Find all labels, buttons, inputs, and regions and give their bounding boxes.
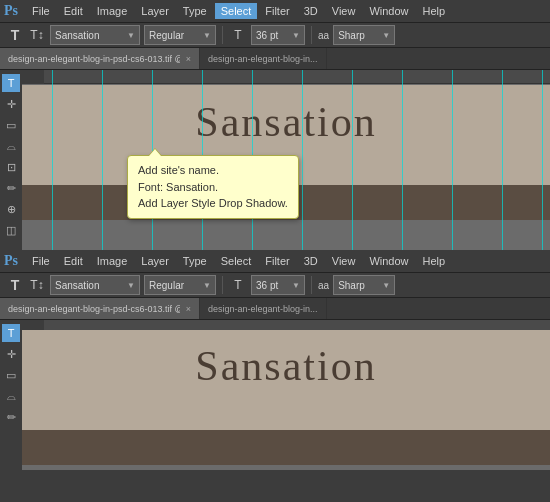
tab-close-active-bottom[interactable]: ×: [186, 304, 191, 314]
options-bar-bottom: T T↕ Sansation ▼ Regular ▼ T 36 pt ▼ aa …: [0, 272, 550, 298]
tab-active-top[interactable]: design-an-elegant-blog-in-psd-cs6-013.ti…: [0, 48, 200, 69]
ps-instance-bottom: Ps File Edit Image Layer Type Select Fil…: [0, 250, 550, 470]
menu-edit-top[interactable]: Edit: [58, 3, 89, 19]
tool-lasso-top[interactable]: ⌓: [2, 137, 20, 155]
left-toolbar-bottom: T ✛ ▭ ⌓ ✏: [0, 320, 22, 470]
font-style-arrow-top: ▼: [203, 31, 211, 40]
tool-eraser-top[interactable]: ◫: [2, 221, 20, 239]
font-size-dropdown-bottom[interactable]: 36 pt ▼: [251, 275, 305, 295]
font-name-arrow-top: ▼: [127, 31, 135, 40]
header-dark-bottom: [22, 430, 550, 465]
left-toolbar-top: T ✛ ▭ ⌓ ⊡ ✏ ⊕ ◫: [0, 70, 22, 250]
sharp-arrow-bottom: ▼: [382, 281, 390, 290]
menu-type-bottom[interactable]: Type: [177, 253, 213, 269]
tab-label-inactive-bottom: design-an-elegant-blog-in...: [208, 304, 318, 314]
ps-logo-bottom: Ps: [4, 253, 18, 269]
aa-label-bottom: aa: [318, 280, 329, 291]
menu-view-bottom[interactable]: View: [326, 253, 362, 269]
font-name-arrow-bottom: ▼: [127, 281, 135, 290]
text-tool-icon-bottom: T: [6, 277, 24, 293]
menu-3d-top[interactable]: 3D: [298, 3, 324, 19]
ruler-top: [22, 70, 550, 84]
site-name-bottom: Sansation: [22, 342, 550, 390]
text-orient-icon-top: T↕: [28, 28, 46, 42]
tab-inactive-top[interactable]: design-an-elegant-blog-in...: [200, 48, 327, 69]
sharp-arrow-top: ▼: [382, 31, 390, 40]
ruler-corner-top: [22, 70, 44, 84]
menu-help-top[interactable]: Help: [417, 3, 452, 19]
menu-window-bottom[interactable]: Window: [363, 253, 414, 269]
tooltip-line1: Add site's name.: [138, 162, 288, 179]
tooltip-line2: Font: Sansation.: [138, 179, 288, 196]
canvas-content-bottom: Sansation: [22, 320, 550, 470]
menu-file-top[interactable]: File: [26, 3, 56, 19]
canvas-top: T ✛ ▭ ⌓ ⊡ ✏ ⊕ ◫ Sansation: [0, 70, 550, 250]
tool-move-bottom[interactable]: ✛: [2, 345, 20, 363]
canvas-content-top: Sansation Add site's name. Font: Sansati…: [22, 70, 550, 250]
font-name-dropdown-top[interactable]: Sansation ▼: [50, 25, 140, 45]
tool-text-top[interactable]: T: [2, 74, 20, 92]
menu-bar-top: Ps File Edit Image Layer Type Select Fil…: [0, 0, 550, 22]
font-size-icon-top: T: [229, 28, 247, 42]
tool-rect-top[interactable]: ▭: [2, 116, 20, 134]
font-style-arrow-bottom: ▼: [203, 281, 211, 290]
font-size-icon-bottom: T: [229, 278, 247, 292]
menu-3d-bottom[interactable]: 3D: [298, 253, 324, 269]
font-name-dropdown-bottom[interactable]: Sansation ▼: [50, 275, 140, 295]
tool-clone-top[interactable]: ⊕: [2, 200, 20, 218]
tool-rect-bottom[interactable]: ▭: [2, 366, 20, 384]
tooltip-line3: Add Layer Style Drop Shadow.: [138, 195, 288, 212]
divider-1-bottom: [222, 276, 223, 294]
menu-layer-bottom[interactable]: Layer: [135, 253, 175, 269]
menu-layer-top[interactable]: Layer: [135, 3, 175, 19]
tooltip-box: Add site's name. Font: Sansation. Add La…: [127, 155, 299, 219]
font-size-dropdown-top[interactable]: 36 pt ▼: [251, 25, 305, 45]
menu-filter-bottom[interactable]: Filter: [259, 253, 295, 269]
tab-bar-top: design-an-elegant-blog-in-psd-cs6-013.ti…: [0, 48, 550, 70]
divider-2-bottom: [311, 276, 312, 294]
tab-bar-bottom: design-an-elegant-blog-in-psd-cs6-013.ti…: [0, 298, 550, 320]
tool-move-top[interactable]: ✛: [2, 95, 20, 113]
canvas-bottom: T ✛ ▭ ⌓ ✏ Sansation: [0, 320, 550, 470]
menu-file-bottom[interactable]: File: [26, 253, 56, 269]
text-orient-icon-bottom: T↕: [28, 278, 46, 292]
options-bar-top: T T↕ Sansation ▼ Regular ▼ T 36 pt ▼ aa …: [0, 22, 550, 48]
tab-close-active-top[interactable]: ×: [186, 54, 191, 64]
menu-view-top[interactable]: View: [326, 3, 362, 19]
divider-1-top: [222, 26, 223, 44]
ps-instance-top: Ps File Edit Image Layer Type Select Fil…: [0, 0, 550, 250]
ps-logo-top: Ps: [4, 3, 18, 19]
tab-label-inactive-top: design-an-elegant-blog-in...: [208, 54, 318, 64]
tab-active-bottom[interactable]: design-an-elegant-blog-in-psd-cs6-013.ti…: [0, 298, 200, 319]
tab-inactive-bottom[interactable]: design-an-elegant-blog-in...: [200, 298, 327, 319]
font-size-arrow-top: ▼: [292, 31, 300, 40]
font-style-dropdown-top[interactable]: Regular ▼: [144, 25, 216, 45]
font-size-arrow-bottom: ▼: [292, 281, 300, 290]
sharp-dropdown-top[interactable]: Sharp ▼: [333, 25, 395, 45]
site-name-top: Sansation: [22, 98, 550, 146]
tab-label-active-top: design-an-elegant-blog-in-psd-cs6-013.ti…: [8, 54, 180, 64]
menu-type-top[interactable]: Type: [177, 3, 213, 19]
menu-select-bottom[interactable]: Select: [215, 253, 258, 269]
menu-filter-top[interactable]: Filter: [259, 3, 295, 19]
menu-window-top[interactable]: Window: [363, 3, 414, 19]
tool-brush-top[interactable]: ✏: [2, 179, 20, 197]
text-tool-icon-top: T: [6, 27, 24, 43]
tab-label-active-bottom: design-an-elegant-blog-in-psd-cs6-013.ti…: [8, 304, 180, 314]
menu-bar-bottom: Ps File Edit Image Layer Type Select Fil…: [0, 250, 550, 272]
menu-image-bottom[interactable]: Image: [91, 253, 134, 269]
menu-edit-bottom[interactable]: Edit: [58, 253, 89, 269]
menu-image-top[interactable]: Image: [91, 3, 134, 19]
divider-2-top: [311, 26, 312, 44]
tool-lasso-bottom[interactable]: ⌓: [2, 387, 20, 405]
menu-select-top[interactable]: Select: [215, 3, 258, 19]
tool-brush-bottom[interactable]: ✏: [2, 408, 20, 426]
menu-help-bottom[interactable]: Help: [417, 253, 452, 269]
font-style-dropdown-bottom[interactable]: Regular ▼: [144, 275, 216, 295]
tool-text-bottom[interactable]: T: [2, 324, 20, 342]
sharp-dropdown-bottom[interactable]: Sharp ▼: [333, 275, 395, 295]
aa-label-top: aa: [318, 30, 329, 41]
tool-crop-top[interactable]: ⊡: [2, 158, 20, 176]
